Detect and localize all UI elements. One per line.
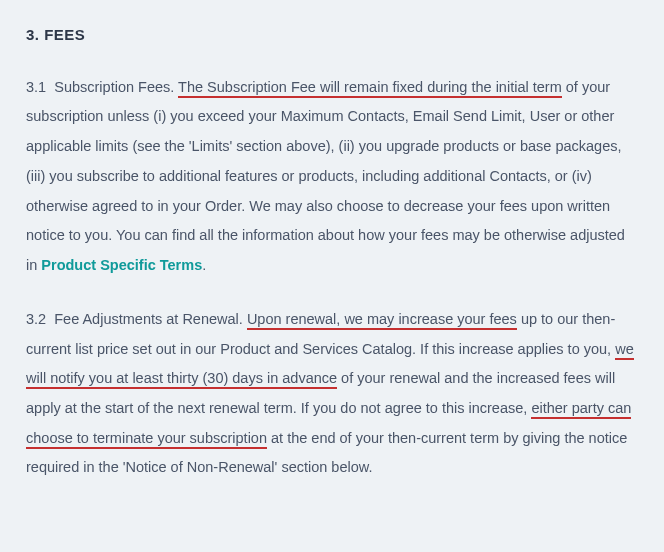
section-heading: 3. FEES [26, 20, 638, 51]
clause-number: 3.2 [26, 311, 46, 327]
clause-text: . [202, 257, 206, 273]
clause-title: Subscription Fees. [54, 79, 174, 95]
product-specific-terms-link[interactable]: Product Specific Terms [41, 257, 202, 273]
clause-text: of your subscription unless (i) you exce… [26, 79, 625, 273]
highlight-renewal-increase: Upon renewal, we may increase your fees [247, 311, 517, 330]
highlight-fixed-fee: The Subscription Fee will remain fixed d… [178, 79, 562, 98]
clause-3-2: 3.2 Fee Adjustments at Renewal. Upon ren… [26, 305, 638, 483]
clause-number: 3.1 [26, 79, 46, 95]
clause-title: Fee Adjustments at Renewal. [54, 311, 243, 327]
clause-3-1: 3.1 Subscription Fees. The Subscription … [26, 73, 638, 281]
